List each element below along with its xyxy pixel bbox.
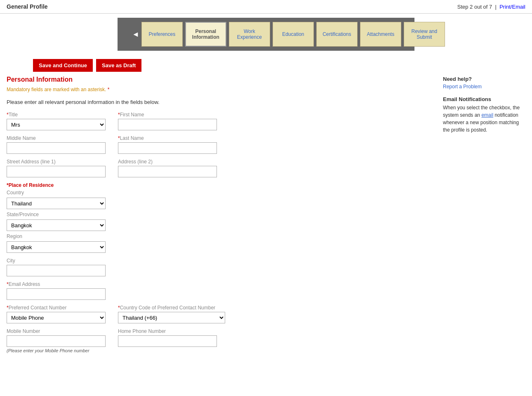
mobile-number-input[interactable] — [7, 335, 106, 347]
report-problem-link[interactable]: Report a Problem — [443, 84, 482, 90]
title-select[interactable]: Mrs Mr Ms Dr Prof — [7, 119, 106, 130]
group-place-of-residence: *Place of Residence Country Thailand Uni… — [7, 182, 426, 253]
region-select[interactable]: Bangkok Central Northern Southern — [7, 241, 106, 253]
group-lastname: *Last Name — [118, 135, 217, 154]
wizard-step-work-experience[interactable]: Work Experience — [229, 22, 270, 47]
step-info: Step 2 out of 7 | Print/Email — [457, 4, 525, 10]
street-address-input[interactable] — [7, 166, 106, 177]
region-label: Region — [7, 233, 106, 239]
wizard-step-certifications[interactable]: Certifications — [316, 22, 358, 47]
preferred-contact-label: *Preferred Contact Number — [7, 305, 106, 311]
wizard-step-preferences[interactable]: Preferences — [141, 22, 183, 47]
wizard-step-education-link[interactable]: Education — [282, 31, 304, 37]
row-phone-numbers: Mobile Number (Please enter your Mobile … — [7, 328, 426, 353]
country-code-select[interactable]: Thailand (+66) United States (+1) United… — [118, 312, 225, 323]
email-link[interactable]: email — [481, 112, 493, 118]
main-content: Personal Information Mandatory fields ar… — [0, 76, 532, 358]
address2-label: Address (line 2) — [118, 159, 217, 165]
home-phone-label: Home Phone Number — [118, 328, 217, 334]
place-of-residence-label: *Place of Residence — [7, 182, 426, 188]
group-country: Country Thailand United States United Ki… — [7, 190, 106, 209]
city-label: City — [7, 258, 106, 264]
wizard-step-certifications-link[interactable]: Certifications — [322, 31, 351, 37]
title-label: *Title — [7, 112, 106, 118]
lastname-label: *Last Name — [118, 135, 217, 141]
step-text: Step 2 out of 7 — [457, 4, 492, 10]
group-city: City — [7, 258, 106, 276]
mandatory-note: Mandatory fields are marked with an aste… — [7, 87, 426, 92]
address2-input[interactable] — [118, 166, 217, 177]
top-bar: General Profile Step 2 out of 7 | Print/… — [0, 0, 532, 14]
country-select[interactable]: Thailand United States United Kingdom Si… — [7, 198, 106, 209]
state-label: State/Province — [7, 212, 106, 217]
middlename-label: Middle Name — [7, 135, 106, 141]
wizard-step-personal-information[interactable]: Personal Information — [185, 22, 226, 47]
wizard-steps: Preferences Personal Information Work Ex… — [141, 22, 445, 47]
group-street-address: Street Address (line 1) — [7, 159, 106, 177]
group-country-code: *Country Code of Preferred Contact Numbe… — [118, 305, 217, 323]
wizard-step-preferences-link[interactable]: Preferences — [148, 31, 175, 37]
wizard-step-review-link[interactable]: Review and Submit — [408, 28, 440, 40]
wizard-step-review-submit[interactable]: Review and Submit — [404, 22, 445, 47]
email-label: *Email Address — [7, 281, 106, 287]
email-input[interactable] — [7, 288, 106, 300]
mobile-note: (Please enter your Mobile Phone number — [7, 348, 106, 353]
home-phone-input[interactable] — [118, 335, 217, 347]
wizard-step-attachments-link[interactable]: Attachments — [367, 31, 394, 37]
group-mobile-number: Mobile Number (Please enter your Mobile … — [7, 328, 106, 353]
middlename-input[interactable] — [7, 142, 106, 154]
mandatory-asterisk: * — [108, 87, 110, 92]
sidebar-help-title: Need help? — [443, 76, 525, 82]
sidebar-email-notif-title: Email Notifications — [443, 96, 525, 102]
group-middlename: Middle Name — [7, 135, 106, 154]
sidebar-email-notif-text: When you select the checkbox, the system… — [443, 104, 525, 134]
section-title: Personal Information — [7, 76, 426, 83]
print-email-link[interactable]: Print/Email — [499, 4, 525, 10]
group-firstname: *First Name — [118, 112, 217, 130]
group-address2: Address (line 2) — [118, 159, 217, 177]
firstname-input[interactable] — [118, 119, 217, 130]
firstname-label: *First Name — [118, 112, 217, 118]
group-region: Region Bangkok Central Northern Southern — [7, 233, 106, 253]
row-address: Street Address (line 1) Address (line 2) — [7, 159, 426, 177]
group-preferred-contact: *Preferred Contact Number Mobile Phone H… — [7, 305, 106, 323]
country-label: Country — [7, 190, 106, 196]
form-area: Personal Information Mandatory fields ar… — [7, 76, 435, 358]
country-code-label: *Country Code of Preferred Contact Numbe… — [118, 305, 217, 311]
state-select[interactable]: Bangkok Chiang Mai Phuket Pattaya — [7, 219, 106, 231]
row-title-firstname: *Title Mrs Mr Ms Dr Prof *First Name — [7, 112, 426, 130]
wizard-step-work-link[interactable]: Work Experience — [233, 28, 266, 40]
wizard-step-personal-label: Personal Information — [190, 28, 221, 40]
row-middlename-lastname: Middle Name *Last Name — [7, 135, 426, 154]
group-home-phone: Home Phone Number — [118, 328, 217, 353]
mobile-number-label: Mobile Number — [7, 328, 106, 334]
page-title: General Profile — [7, 3, 48, 10]
wizard-step-education[interactable]: Education — [273, 22, 314, 47]
row-contact: *Preferred Contact Number Mobile Phone H… — [7, 305, 426, 323]
save-draft-button[interactable]: Save as Draft — [96, 59, 141, 72]
city-input[interactable] — [7, 265, 106, 276]
save-continue-button[interactable]: Save and Continue — [33, 59, 93, 72]
group-email: *Email Address — [7, 281, 106, 300]
wizard-step-attachments[interactable]: Attachments — [360, 22, 401, 47]
street-address-label: Street Address (line 1) — [7, 159, 106, 165]
wizard-container: ◄ Preferences Personal Information Work … — [118, 18, 414, 51]
preferred-contact-select[interactable]: Mobile Phone Home Phone Work Phone — [7, 312, 106, 323]
group-title: *Title Mrs Mr Ms Dr Prof — [7, 112, 106, 130]
action-buttons: Save and Continue Save as Draft — [0, 59, 532, 72]
group-state: State/Province Bangkok Chiang Mai Phuket… — [7, 212, 106, 231]
sidebar: Need help? Report a Problem Email Notifi… — [435, 76, 525, 358]
lastname-input[interactable] — [118, 142, 217, 154]
wizard-prev-arrow[interactable]: ◄ — [130, 30, 141, 39]
wizard-next-arrow[interactable]: ► — [445, 30, 457, 39]
intro-text: Please enter all relevant personal infor… — [7, 99, 426, 105]
